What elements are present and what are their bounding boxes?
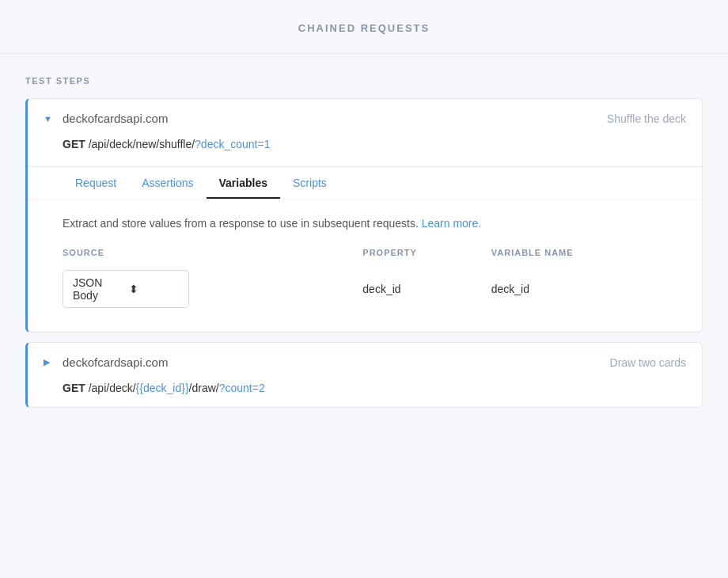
step-card-1: ▼ deckofcardsapi.com Shuffle the deck GE… xyxy=(25,98,703,333)
col-header-variable-name: VARIABLE NAME xyxy=(491,248,686,265)
step-2-domain: deckofcardsapi.com xyxy=(63,356,168,369)
step-1-name: Shuffle the deck xyxy=(607,112,686,125)
tab-assertions[interactable]: Assertions xyxy=(129,167,206,199)
main-content: TEST STEPS ▼ deckofcardsapi.com Shuffle … xyxy=(0,54,728,439)
tab-description: Extract and store values from a response… xyxy=(63,215,686,232)
step-1-path: /api/deck/new/shuffle/ xyxy=(89,138,195,150)
variables-table: SOURCE PROPERTY VARIABLE NAME JSON Body … xyxy=(63,248,686,313)
source-select-value: JSON Body xyxy=(73,276,123,302)
step-1-method: GET xyxy=(63,138,85,150)
step-1-header-left: ▼ deckofcardsapi.com xyxy=(44,112,168,125)
tab-variables[interactable]: Variables xyxy=(207,167,281,199)
variable-row: JSON Body ⬍ deck_id deck_id xyxy=(63,265,686,313)
select-arrows-icon: ⬍ xyxy=(129,283,179,295)
step-1-domain: deckofcardsapi.com xyxy=(63,112,168,125)
step-2-query: ?count=2 xyxy=(219,382,265,394)
page-header: CHAINED REQUESTS xyxy=(0,0,728,53)
step-2-method: GET xyxy=(63,382,85,394)
section-label: TEST STEPS xyxy=(25,76,703,86)
tab-description-text: Extract and store values from a response… xyxy=(63,217,419,230)
step-2-path-draw: /draw/ xyxy=(189,382,219,394)
property-cell: deck_id xyxy=(362,265,491,313)
learn-more-link[interactable]: Learn more. xyxy=(422,217,481,230)
step-1-url: GET /api/deck/new/shuffle/?deck_count=1 xyxy=(28,138,702,163)
source-cell: JSON Body ⬍ xyxy=(63,265,362,313)
step-card-2: ▶ deckofcardsapi.com Draw two cards GET … xyxy=(25,342,703,408)
tab-variables-content: Extract and store values from a response… xyxy=(28,199,702,332)
step-2-path-var: {{deck_id}} xyxy=(136,382,189,394)
step-1-header: ▼ deckofcardsapi.com Shuffle the deck xyxy=(28,99,702,138)
variable-name-cell: deck_id xyxy=(491,265,686,313)
col-header-source: SOURCE xyxy=(63,248,362,265)
col-header-property: PROPERTY xyxy=(362,248,491,265)
step-2-url: GET /api/deck/{{deck_id}}/draw/?count=2 xyxy=(28,382,702,407)
step-2-path: /api/deck/ xyxy=(89,382,136,394)
step-2-header: ▶ deckofcardsapi.com Draw two cards xyxy=(28,343,702,382)
expand-chevron-1[interactable]: ▼ xyxy=(44,114,55,124)
tab-scripts[interactable]: Scripts xyxy=(280,167,339,199)
tab-request[interactable]: Request xyxy=(63,167,129,199)
step-2-name: Draw two cards xyxy=(610,356,686,369)
tab-bar-1: Request Assertions Variables Scripts xyxy=(28,166,702,199)
source-select[interactable]: JSON Body ⬍ xyxy=(63,270,189,308)
expand-chevron-2[interactable]: ▶ xyxy=(44,357,55,367)
page-title: CHAINED REQUESTS xyxy=(0,22,728,34)
step-1-query: ?deck_count=1 xyxy=(195,138,270,150)
step-2-header-left: ▶ deckofcardsapi.com xyxy=(44,356,168,369)
